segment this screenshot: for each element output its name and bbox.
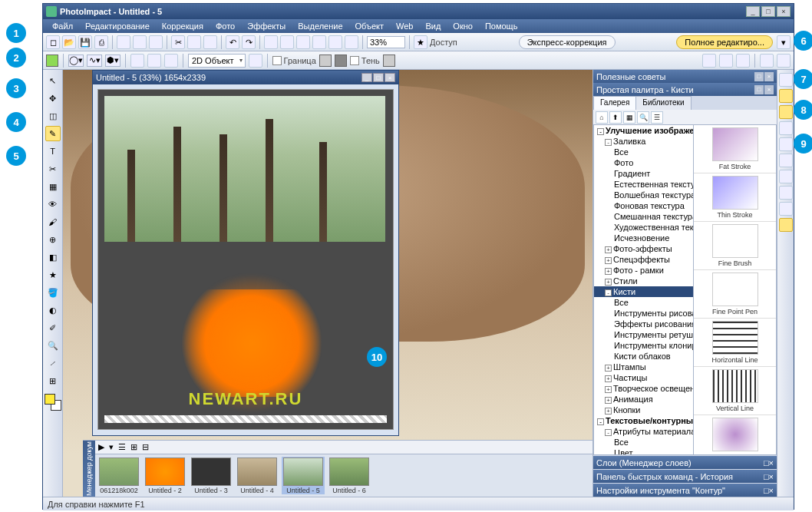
menu-вид[interactable]: Вид <box>421 20 445 32</box>
tb-5[interactable] <box>328 35 342 49</box>
open-button[interactable]: 📂 <box>62 35 76 49</box>
tree-item[interactable]: Эффекты рисования <box>594 319 693 329</box>
tool-r3[interactable] <box>736 54 750 68</box>
tips-panel-header[interactable]: Полезные советы □ × <box>593 70 777 83</box>
undo-button[interactable]: ↶ <box>226 35 239 49</box>
print-button[interactable] <box>117 35 130 49</box>
thumbs-icon[interactable]: ▦ <box>623 111 635 124</box>
fill-tool-icon[interactable]: 🪣 <box>45 285 61 300</box>
dock-btn-3[interactable] <box>779 105 793 119</box>
cut-button[interactable]: ✂ <box>171 35 185 49</box>
collapsed-panel-header[interactable]: Слои (Менеджер слоев)□× <box>593 456 777 469</box>
paste-button[interactable] <box>203 35 217 49</box>
copy-button[interactable] <box>187 35 201 49</box>
border-color-1[interactable] <box>319 55 332 67</box>
tree-item[interactable]: -Текстовые/контурные э <box>594 415 693 426</box>
redo-button[interactable]: ↷ <box>242 35 256 49</box>
tree-item[interactable]: Естественная тексту <box>594 179 693 190</box>
dock-btn-4[interactable] <box>779 121 793 135</box>
object-mode-combo[interactable]: 2D Объект <box>188 54 246 68</box>
menu-редактирование[interactable]: Редактирование <box>81 20 154 32</box>
align-2[interactable] <box>147 54 161 68</box>
doc1-titlebar[interactable]: Untitled - 5 (33%) 1654x2339 _ □ × <box>93 71 398 84</box>
tree-item[interactable]: Волшебная текстура <box>594 190 693 200</box>
clone-tool-icon[interactable]: ⊕ <box>45 232 61 247</box>
brush-preset[interactable]: Horizontal Line <box>694 319 776 367</box>
tool-r5[interactable] <box>777 54 791 68</box>
menu-коррекция[interactable]: Коррекция <box>157 20 208 32</box>
menu-web[interactable]: Web <box>391 20 418 32</box>
doc1-maximize[interactable]: □ <box>373 73 384 82</box>
dock-btn-6[interactable] <box>779 154 793 167</box>
dock-btn-9[interactable] <box>779 202 793 216</box>
tb-2[interactable] <box>280 35 294 49</box>
dock-btn-5[interactable] <box>779 137 793 151</box>
dock-btn-2[interactable] <box>779 89 793 103</box>
tool-r4[interactable] <box>760 54 774 68</box>
tree-item[interactable]: +Штампы <box>594 362 693 372</box>
brush-preset[interactable]: Crayon <box>694 415 776 454</box>
brush-preset[interactable]: Vertical Line <box>694 367 776 415</box>
extra-tool-icon[interactable]: ⊞ <box>45 373 61 388</box>
path-tool-icon[interactable]: ✎ <box>45 126 61 141</box>
tb-1[interactable] <box>264 35 278 49</box>
tree-item[interactable]: +Фото-эффекты <box>594 243 693 254</box>
tree-item[interactable]: Инструменты рисова <box>594 308 693 319</box>
brush-preset[interactable]: Thin Stroke <box>694 173 776 222</box>
shape-polygon-icon[interactable]: ⬢▾ <box>105 55 120 67</box>
document-thumbnail[interactable]: Untitled - 6 <box>328 457 371 494</box>
gradient-tool-icon[interactable]: ◐ <box>45 302 61 318</box>
fill-color-swatch[interactable] <box>46 55 58 67</box>
palette-panel-header[interactable]: Простая палитра - Кисти □ × <box>593 83 777 96</box>
dock-btn-7[interactable] <box>779 170 793 183</box>
tree-item[interactable]: Исчезновение <box>594 233 693 243</box>
home-icon[interactable]: ⌂ <box>596 111 608 124</box>
border-checkbox[interactable]: Граница <box>272 56 316 65</box>
maximize-button[interactable]: □ <box>761 6 775 17</box>
dock-btn-8[interactable] <box>779 186 793 200</box>
document-thumbnail[interactable]: Untitled - 5 <box>282 457 325 494</box>
shape-ellipse-icon[interactable]: ◯▾ <box>68 55 84 67</box>
eyedropper-tool-icon[interactable]: ✐ <box>45 320 61 335</box>
docmgr-tab-label[interactable]: Менеджер докум <box>83 441 95 497</box>
tree-item[interactable]: +Анимация <box>594 394 693 405</box>
mode-dropdown-icon[interactable]: ▾ <box>777 35 791 49</box>
tb-6[interactable] <box>345 35 358 49</box>
shape-curve-icon[interactable]: ∿▾ <box>87 55 102 67</box>
document-thumbnail[interactable]: Untitled - 4 <box>236 457 279 494</box>
tool-r2[interactable] <box>719 54 733 68</box>
collapsed-panel-header[interactable]: Панель быстрых команд - История□× <box>593 470 777 483</box>
doc1-canvas[interactable]: NEWART.RU <box>97 89 394 430</box>
menu-выделение[interactable]: Выделение <box>293 20 347 32</box>
tree-item[interactable]: Художественная тек <box>594 222 693 233</box>
zoom-icon[interactable]: 🔍 <box>637 111 649 124</box>
category-tree[interactable]: -Улучшение изображения-ЗаливкаВсеФотоГра… <box>594 125 694 454</box>
tree-item[interactable]: -Улучшение изображения <box>594 125 693 136</box>
foreground-color[interactable] <box>45 394 55 405</box>
tree-item[interactable]: Градиент <box>594 168 693 179</box>
palette-min-icon[interactable]: □ <box>754 85 764 94</box>
tree-item[interactable]: Все <box>594 437 693 448</box>
tree-item[interactable]: +Частицы <box>594 372 693 383</box>
brush-tool-icon[interactable]: 🖌 <box>45 214 61 230</box>
tree-item[interactable]: +Стили <box>594 276 693 286</box>
arrow-tool-icon[interactable]: ↖ <box>45 73 61 88</box>
menu-окно[interactable]: Окно <box>448 20 477 32</box>
marquee-tool-icon[interactable]: ◫ <box>45 108 61 124</box>
retouch-tool-icon[interactable]: 👁 <box>45 197 61 212</box>
dock-btn-1[interactable] <box>779 73 793 87</box>
tree-item[interactable]: Цвет <box>594 448 693 454</box>
grid-icon-1[interactable]: ⊞ <box>130 442 137 452</box>
tree-item[interactable]: Инструменты ретуши <box>594 329 693 340</box>
express-correction-button[interactable]: Экспресс-коррекция <box>519 35 616 49</box>
tree-item[interactable]: -Атрибуты материала <box>594 426 693 437</box>
close-button[interactable]: × <box>777 6 791 17</box>
stamp-tool-icon[interactable]: ★ <box>45 267 61 282</box>
tree-item[interactable]: +Фото - рамки <box>594 265 693 276</box>
menu-эффекты[interactable]: Эффекты <box>243 20 290 32</box>
document-thumbnail[interactable]: 061218k002 <box>97 457 140 494</box>
tree-item[interactable]: Фото <box>594 157 693 168</box>
tree-item[interactable]: Смешанная текстура <box>594 211 693 222</box>
tb-3[interactable] <box>296 35 310 49</box>
tree-item[interactable]: Кисти облаков <box>594 351 693 362</box>
